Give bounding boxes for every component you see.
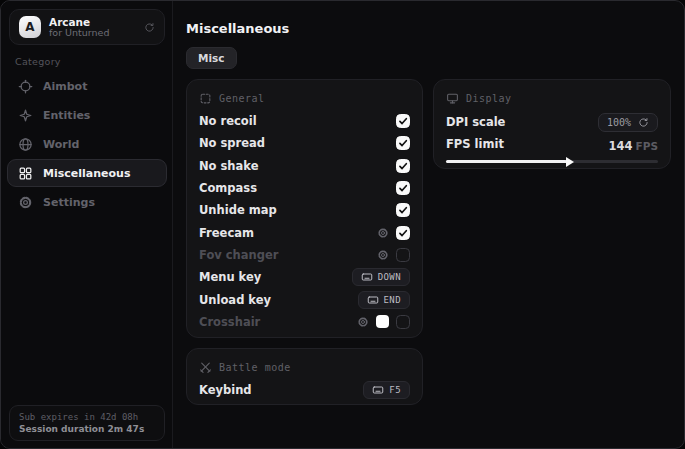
app-titles: Arcane for Unturned — [49, 16, 136, 39]
session-duration-text: Session duration 2m 47s — [19, 424, 155, 434]
checkbox-compass[interactable] — [396, 181, 410, 195]
setting-row-crosshair: Crosshair — [199, 311, 410, 333]
setting-row-no-recoil: No recoil — [199, 110, 410, 132]
category-label: Category — [15, 56, 61, 67]
check-icon — [398, 161, 408, 171]
setting-label: Freecam — [199, 226, 254, 240]
sidebar-item-settings[interactable]: Settings — [7, 188, 167, 216]
fps-slider-thumb[interactable] — [566, 157, 574, 167]
setting-label: Compass — [199, 181, 257, 195]
sidebar-item-label: Entities — [43, 109, 90, 122]
app-subtitle: for Unturned — [49, 28, 136, 39]
refresh-icon — [144, 22, 155, 33]
check-icon — [398, 205, 408, 215]
battle-mode-card: Battle mode Keybind F5 — [186, 348, 423, 405]
setting-row-freecam: Freecam — [199, 221, 410, 243]
general-header-label: General — [219, 93, 265, 104]
setting-row-fps-limit: FPS limit 144FPS — [446, 134, 658, 154]
keybind-button-unload[interactable]: END — [358, 291, 410, 309]
fps-value-group: 144FPS — [609, 135, 658, 154]
fps-slider[interactable] — [446, 160, 658, 163]
checkbox-no-shake[interactable] — [396, 159, 410, 173]
checkbox-unhide-map[interactable] — [396, 203, 410, 217]
checkbox-fov-changer[interactable] — [396, 248, 410, 262]
crosshair-icon — [18, 79, 33, 94]
keybind-button-battle[interactable]: F5 — [363, 381, 410, 399]
app-window: A Arcane for Unturned Category Aimbot — [0, 0, 685, 449]
setting-row-no-shake: No shake — [199, 155, 410, 177]
general-icon — [199, 92, 212, 105]
sidebar-item-label: Settings — [43, 196, 95, 209]
setting-label: Crosshair — [199, 315, 260, 329]
dpi-value: 100% — [607, 117, 631, 128]
setting-label: Fov changer — [199, 248, 278, 262]
sidebar-item-label: World — [43, 138, 79, 151]
fps-slider-fill — [446, 160, 567, 163]
check-icon — [398, 138, 408, 148]
setting-row-no-spread: No spread — [199, 132, 410, 154]
tab-misc[interactable]: Misc — [186, 47, 237, 69]
globe-icon — [18, 137, 33, 152]
setting-label: Keybind — [199, 383, 252, 397]
check-icon — [398, 183, 408, 193]
gear-icon[interactable] — [357, 316, 369, 328]
dpi-scale-control[interactable]: 100% — [598, 113, 658, 132]
setting-row-compass: Compass — [199, 177, 410, 199]
page-title: Miscellaneous — [186, 21, 289, 36]
general-card-header: General — [199, 90, 410, 106]
display-card: Display DPI scale 100% FPS limit 144FPS — [433, 79, 671, 169]
setting-row-unhide-map: Unhide map — [199, 199, 410, 221]
battle-header-label: Battle mode — [219, 362, 291, 373]
keybind-button-menu[interactable]: DOWN — [352, 268, 410, 286]
refresh-icon[interactable] — [638, 117, 649, 128]
setting-row-dpi-scale: DPI scale 100% — [446, 110, 658, 134]
checkbox-crosshair[interactable] — [396, 315, 410, 329]
fps-unit: FPS — [636, 140, 658, 152]
sidebar: A Arcane for Unturned Category Aimbot — [1, 1, 173, 448]
avatar: A — [19, 16, 41, 38]
app-header-card: A Arcane for Unturned — [9, 9, 165, 45]
setting-label: Unhide map — [199, 203, 277, 217]
grid-icon — [18, 166, 33, 181]
setting-row-unload-key: Unload key END — [199, 288, 410, 310]
sidebar-item-entities[interactable]: Entities — [7, 101, 167, 129]
sidebar-nav: Aimbot Entities World Miscellaneous — [7, 72, 167, 216]
sidebar-item-world[interactable]: World — [7, 130, 167, 158]
setting-label: No spread — [199, 136, 265, 150]
setting-label: Unload key — [199, 293, 271, 307]
keyboard-icon — [372, 384, 384, 396]
checkbox-no-recoil[interactable] — [396, 114, 410, 128]
setting-label: FPS limit — [446, 137, 504, 151]
sub-expires-text: Sub expires in 42d 08h — [19, 412, 155, 422]
app-title: Arcane — [49, 16, 136, 28]
setting-row-menu-key: Menu key DOWN — [199, 266, 410, 288]
checkbox-freecam[interactable] — [396, 226, 410, 240]
keyboard-icon — [361, 271, 373, 283]
display-header-label: Display — [466, 93, 512, 104]
sidebar-item-label: Aimbot — [43, 80, 87, 93]
gear-icon[interactable] — [377, 249, 389, 261]
keybind-value: F5 — [389, 385, 401, 395]
sidebar-item-label: Miscellaneous — [43, 167, 130, 180]
setting-row-keybind: Keybind F5 — [199, 379, 410, 401]
entities-icon — [18, 108, 33, 123]
refresh-button[interactable] — [144, 22, 155, 33]
battle-card-header: Battle mode — [199, 359, 410, 375]
sidebar-item-miscellaneous[interactable]: Miscellaneous — [7, 159, 167, 187]
check-icon — [398, 116, 408, 126]
gear-icon[interactable] — [377, 227, 389, 239]
swords-icon — [199, 361, 212, 374]
setting-label: No recoil — [199, 114, 257, 128]
main-content: Miscellaneous Misc General No recoil No … — [173, 1, 685, 448]
setting-label: Menu key — [199, 270, 261, 284]
subscription-card: Sub expires in 42d 08h Session duration … — [9, 405, 165, 441]
check-icon — [398, 228, 408, 238]
display-card-header: Display — [446, 90, 658, 106]
fps-value: 144 — [609, 139, 633, 153]
sidebar-item-aimbot[interactable]: Aimbot — [7, 72, 167, 100]
setting-row-fov-changer: Fov changer — [199, 244, 410, 266]
monitor-icon — [446, 92, 459, 105]
general-card: General No recoil No spread — [186, 79, 423, 338]
checkbox-no-spread[interactable] — [396, 136, 410, 150]
color-swatch[interactable] — [376, 315, 389, 328]
